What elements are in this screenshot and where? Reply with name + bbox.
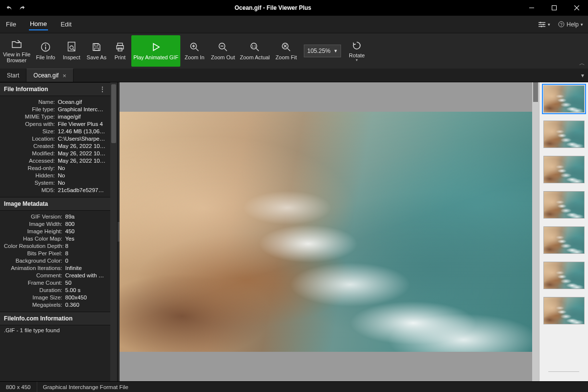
minimize-button[interactable] — [520, 0, 543, 16]
svg-rect-10 — [95, 44, 98, 46]
svg-point-2 — [543, 24, 544, 25]
svg-point-9 — [70, 46, 74, 49]
document-tabs: Start Ocean.gif × ▾ — [0, 69, 588, 82]
file-information-header: File Information ⋮ — [0, 82, 110, 96]
help-button[interactable]: ?Help▾ — [558, 21, 583, 28]
redo-icon[interactable] — [19, 4, 25, 11]
canvas-scrollbar[interactable] — [532, 82, 539, 381]
image-canvas[interactable] — [120, 82, 539, 381]
svg-rect-0 — [552, 6, 557, 10]
undo-icon[interactable] — [6, 4, 13, 11]
svg-text:1:1: 1:1 — [251, 45, 256, 48]
frame-thumbnails — [539, 82, 588, 381]
collapse-ribbon-icon[interactable]: ︿ — [579, 59, 585, 68]
print-button[interactable]: Print — [110, 35, 130, 67]
inspect-icon — [67, 42, 76, 52]
zoom-actual-icon: 1:1 — [250, 42, 260, 52]
zoom-actual-button[interactable]: 1:1 Zoom Actual — [238, 35, 271, 67]
frame-thumbnail[interactable] — [543, 191, 585, 219]
ribbon: View in File Browser File Info Inspect S… — [0, 33, 588, 69]
main-area: File Information ⋮ Name:Ocean.gif File t… — [0, 82, 588, 381]
folder-open-icon — [11, 39, 22, 49]
zoom-fit-button[interactable]: Zoom Fit — [272, 35, 300, 67]
close-button[interactable] — [565, 0, 588, 16]
maximize-button[interactable] — [543, 0, 565, 16]
frame-thumbnail[interactable] — [543, 262, 585, 289]
tab-start[interactable]: Start — [0, 69, 26, 82]
view-in-file-browser-button[interactable]: View in File Browser — [2, 35, 31, 67]
svg-rect-14 — [118, 48, 122, 51]
status-dimensions: 800 x 450 — [0, 382, 37, 392]
zoom-in-icon — [190, 42, 199, 52]
titlebar: Ocean.gif - File Viewer Plus — [0, 0, 588, 16]
frame-thumbnail[interactable] — [543, 85, 585, 113]
zoom-level-dropdown[interactable]: 105.25% ▼ — [304, 45, 341, 57]
rotate-button[interactable]: Rotate▾ — [345, 35, 368, 67]
frame-thumbnail[interactable] — [543, 226, 585, 254]
svg-rect-13 — [117, 46, 123, 49]
sidebar-scrollbar[interactable] — [110, 82, 117, 381]
image-preview — [120, 112, 539, 352]
zoom-out-icon — [218, 42, 228, 52]
save-icon — [92, 42, 101, 52]
svg-rect-11 — [95, 48, 98, 50]
chevron-down-icon: ▾ — [356, 58, 358, 62]
file-information-grid: Name:Ocean.gif File type:Graphical Inter… — [0, 96, 110, 197]
print-icon — [115, 42, 125, 52]
svg-rect-12 — [118, 43, 122, 46]
menu-file[interactable]: File — [5, 19, 17, 30]
inspect-button[interactable]: Inspect — [60, 35, 83, 67]
fileinfo-com-header: FileInfo.com Information — [0, 312, 110, 325]
window-title: Ocean.gif - File Viewer Plus — [25, 4, 520, 11]
frame-thumbnail[interactable] — [543, 121, 585, 148]
tab-overflow-icon[interactable]: ▾ — [577, 69, 588, 82]
image-metadata-grid: GIF Version:89a Image Width:800 Image He… — [0, 211, 110, 312]
play-icon — [151, 42, 160, 52]
status-bar: 800 x 450 Graphical Interchange Format F… — [0, 381, 588, 392]
play-animated-gif-button[interactable]: Play Animated GIF — [131, 35, 180, 67]
zoom-fit-icon — [281, 42, 291, 52]
settings-icon[interactable]: ▾ — [538, 22, 550, 27]
frame-thumbnail[interactable] — [543, 156, 585, 183]
zoom-in-button[interactable]: Zoom In — [181, 35, 208, 67]
info-sidebar: File Information ⋮ Name:Ocean.gif File t… — [0, 82, 118, 381]
svg-point-7 — [45, 45, 46, 46]
save-as-button[interactable]: Save As — [84, 35, 109, 67]
tab-ocean[interactable]: Ocean.gif × — [26, 69, 74, 82]
zoom-out-button[interactable]: Zoom Out — [209, 35, 237, 67]
menubar: File Home Edit ▾ ?Help▾ — [0, 16, 588, 33]
svg-point-1 — [540, 22, 541, 23]
chevron-down-icon: ▼ — [333, 49, 338, 53]
info-icon — [41, 42, 50, 52]
menu-home[interactable]: Home — [29, 18, 48, 30]
rotate-icon — [352, 40, 362, 51]
svg-text:?: ? — [560, 22, 563, 27]
help-label: Help — [566, 21, 579, 28]
panel-menu-icon[interactable]: ⋮ — [99, 86, 106, 93]
file-info-button[interactable]: File Info — [32, 35, 59, 67]
svg-point-3 — [541, 25, 542, 27]
image-metadata-header: Image Metadata — [0, 197, 110, 211]
frame-thumbnail[interactable] — [543, 297, 585, 324]
status-filetype: Graphical Interchange Format File — [37, 382, 135, 392]
close-tab-icon[interactable]: × — [63, 72, 67, 79]
thumbnail-scroll-indicator[interactable] — [548, 371, 580, 378]
menu-edit[interactable]: Edit — [60, 19, 73, 30]
fileinfo-com-body: .GIF - 1 file type found — [0, 325, 110, 337]
